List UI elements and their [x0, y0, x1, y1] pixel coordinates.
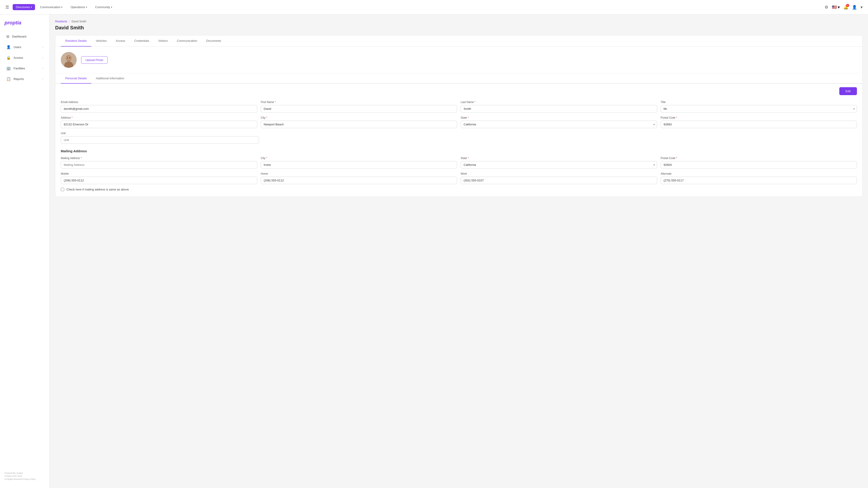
upload-photo-button[interactable]: Upload Photo	[81, 56, 107, 64]
nav-directories[interactable]: Directories ▾	[13, 4, 35, 10]
home-label: Home	[261, 172, 457, 175]
address-input[interactable]	[61, 121, 257, 128]
first-name-input[interactable]	[261, 105, 457, 112]
unit-input[interactable]	[61, 136, 259, 144]
tab-access[interactable]: Access	[111, 35, 130, 46]
sub-tab-additional-info[interactable]: Additional Information	[91, 73, 129, 84]
notification-badge: 1	[846, 4, 849, 7]
facilities-icon: 🏢	[6, 66, 11, 70]
nav-operations[interactable]: Operations ▾	[67, 4, 90, 10]
page-title: David Smith	[55, 25, 863, 31]
title-select[interactable]: Mr. Mrs. Ms. Dr.	[661, 105, 857, 112]
tab-documents[interactable]: Documents	[202, 35, 225, 46]
chevron-right-icon: ›	[42, 46, 43, 48]
sidebar-item-users[interactable]: 👤 Users ›	[2, 42, 48, 52]
form-row-phones: Mobile Home Work Alternate	[61, 172, 857, 184]
main-tabs: Resident Details Vehicles Access Credent…	[55, 35, 862, 46]
state-label: State *	[461, 116, 657, 119]
chevron-right-icon: ›	[42, 57, 43, 59]
main-content: Residents / David Smith David Smith Resi…	[50, 14, 868, 488]
tab-credentials[interactable]: Credentials	[130, 35, 154, 46]
checkbox-label: Check here if mailing address is same as…	[66, 188, 129, 191]
tab-visitors[interactable]: Visitors	[154, 35, 172, 46]
chevron-icon: ▾	[86, 6, 87, 8]
mailing-state-select[interactable]: California Texas New York Florida	[461, 161, 657, 168]
sidebar-label-facilities: Facilities	[13, 67, 25, 70]
mailing-city-input[interactable]	[261, 161, 457, 168]
notifications-icon[interactable]: 🔔 1	[843, 5, 848, 10]
tab-resident-details[interactable]: Resident Details	[61, 35, 91, 46]
breadcrumb-parent[interactable]: Residents	[55, 20, 67, 23]
topbar-right: ⚙ 🇺🇸 ▾ 🔔 1 👤 ▾	[825, 5, 863, 10]
last-name-input[interactable]	[461, 105, 657, 112]
user-avatar-icon[interactable]: 👤	[852, 5, 857, 10]
topbar-left: ☰ Directories ▾ Communication ▾ Operatio…	[5, 4, 825, 10]
resident-card: Resident Details Vehicles Access Credent…	[55, 35, 863, 197]
mailing-postal-input[interactable]	[661, 161, 857, 168]
dropdown-arrow-icon[interactable]: ▾	[861, 5, 863, 10]
tab-vehicles[interactable]: Vehicles	[91, 35, 111, 46]
work-group: Work	[461, 172, 657, 184]
city-group: City *	[261, 116, 457, 128]
hamburger-icon[interactable]: ☰	[5, 5, 9, 10]
sidebar-item-facilities[interactable]: 🏢 Facilities ›	[2, 64, 48, 73]
city-input[interactable]	[261, 121, 457, 128]
sidebar-item-access[interactable]: 🔒 Access ›	[2, 53, 48, 63]
form-area: Email Address First Name * Last Name *	[55, 95, 862, 197]
mailing-state-group: State * California Texas New York Florid…	[461, 157, 657, 168]
mobile-group: Mobile	[61, 172, 257, 184]
sidebar-item-reports[interactable]: 📋 Reports ›	[2, 74, 48, 84]
chevron-icon: ▾	[31, 6, 32, 8]
postal-label: Postal Code *	[661, 116, 857, 119]
checkbox-row: Check here if mailing address is same as…	[61, 188, 857, 191]
breadcrumb-current: David Smith	[72, 20, 86, 23]
mailing-section-heading: Mailing Address	[61, 149, 857, 153]
alternate-input[interactable]	[661, 177, 857, 184]
sidebar-label-access: Access	[13, 56, 23, 59]
state-select[interactable]: California Texas New York Florida	[461, 121, 657, 128]
svg-point-4	[67, 58, 68, 59]
edit-btn-row: Edit	[55, 84, 862, 95]
mobile-input[interactable]	[61, 177, 257, 184]
sub-tab-personal-details[interactable]: Personal Details	[61, 73, 91, 84]
layout: proptia ⊞ Dashboard 👤 Users › 🔒 Access ›	[0, 14, 868, 488]
state-select-wrapper: California Texas New York Florida	[461, 121, 657, 128]
edit-button[interactable]: Edit	[839, 87, 857, 95]
chevron-icon: ▾	[61, 6, 62, 8]
home-input[interactable]	[261, 177, 457, 184]
mailing-state-label: State *	[461, 157, 657, 160]
chevron-right-icon: ›	[42, 78, 43, 80]
same-address-checkbox[interactable]	[61, 188, 64, 191]
first-name-group: First Name *	[261, 101, 457, 112]
chevron-icon: ▾	[111, 6, 112, 8]
mailing-state-select-wrapper: California Texas New York Florida	[461, 161, 657, 168]
mobile-label: Mobile	[61, 172, 257, 175]
reports-icon: 📋	[6, 77, 11, 81]
settings-icon[interactable]: ⚙	[825, 5, 828, 10]
title-group: Title Mr. Mrs. Ms. Dr.	[661, 101, 857, 112]
nav-menu: Directories ▾ Communication ▾ Operations…	[13, 4, 115, 10]
mailing-address-group: Mailing Address *	[61, 157, 257, 168]
sidebar-label-dashboard: Dashboard	[12, 35, 26, 38]
profile-section: Upload Photo	[55, 46, 862, 73]
form-row-1: Email Address First Name * Last Name *	[61, 101, 857, 112]
address-group: Address *	[61, 116, 257, 128]
sidebar: proptia ⊞ Dashboard 👤 Users › 🔒 Access ›	[0, 14, 50, 488]
nav-communication[interactable]: Communication ▾	[37, 4, 66, 10]
title-select-wrapper: Mr. Mrs. Ms. Dr.	[661, 105, 857, 112]
language-selector[interactable]: 🇺🇸 ▾	[832, 5, 840, 10]
unit-group: Unit	[61, 132, 259, 144]
nav-community[interactable]: Community ▾	[92, 4, 115, 10]
mailing-postal-group: Postal Code *	[661, 157, 857, 168]
email-input[interactable]	[61, 105, 257, 112]
sub-tabs: Personal Details Additional Information	[55, 73, 862, 84]
work-input[interactable]	[461, 177, 657, 184]
tab-communication[interactable]: Communication	[172, 35, 202, 46]
breadcrumb: Residents / David Smith	[55, 20, 863, 23]
first-name-label: First Name *	[261, 101, 457, 104]
form-row-2: Address * City * State *	[61, 116, 857, 128]
sidebar-footer: Powered By: proptia Proptia.com© 2020. A…	[0, 468, 50, 485]
postal-input[interactable]	[661, 121, 857, 128]
sidebar-item-dashboard[interactable]: ⊞ Dashboard	[2, 32, 48, 41]
mailing-address-input[interactable]	[61, 161, 257, 168]
